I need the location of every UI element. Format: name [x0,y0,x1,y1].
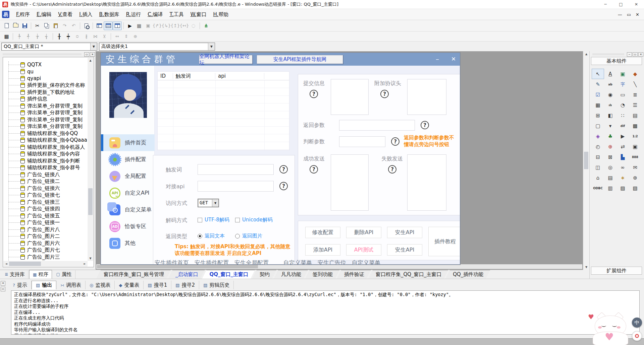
menu-item[interactable]: E.编辑 [33,10,55,19]
component-icon[interactable]: ▣ [616,69,629,79]
dock-header-button[interactable]: ─ [627,52,632,57]
toolbar-icon[interactable] [51,21,60,30]
basic-components-header[interactable]: 基本组件 [591,57,642,65]
component-icon[interactable]: ↖ [592,69,604,79]
toolbar-icon[interactable]: {↱} [153,21,162,30]
component-icon[interactable]: ✎ [592,79,604,89]
nav-item[interactable]: 插件配置 [101,151,155,168]
judge-input[interactable] [339,136,385,147]
component-icon[interactable]: ODBC [592,183,604,193]
component-icon[interactable]: 字 [616,79,629,89]
component-icon[interactable]: ⊠ [604,152,616,162]
window-control-button[interactable]: □ [613,0,629,9]
tutorial-button[interactable]: 插件教程 [428,227,460,256]
radio-icon[interactable] [198,234,202,238]
component-icon[interactable]: ∷ [616,110,629,121]
component-icon[interactable]: 888 [629,152,641,162]
panel-mini-button[interactable]: ▭ [1,287,5,291]
toolbar-icon[interactable] [82,21,91,30]
input-method-badge[interactable]: 中 [632,318,642,328]
column-trigger[interactable]: 触发词 [173,73,215,79]
menu-item[interactable]: F.程序 [13,10,33,19]
dock-tab[interactable]: ▦ 程序 [29,270,52,279]
api-button[interactable]: 修改配置 [305,227,340,238]
toolbar-icon[interactable]: ╆ [33,32,42,41]
output-tab[interactable]: ∺ 调用表 [56,281,86,289]
toolbar-icon[interactable] [91,21,95,30]
component-icon[interactable]: ▭ [616,89,629,100]
menu-item[interactable]: H.帮助 [210,10,232,19]
tree-item[interactable]: 广告位_链接三 [3,199,88,206]
component-icon[interactable]: ▙ [616,152,629,162]
dock-header-button[interactable]: ▭ [633,52,638,57]
toolbar-icon[interactable]: ∦ [82,32,91,41]
toolbar-icon[interactable] [78,21,82,30]
panel-mini-button[interactable]: ✕ [1,281,5,286]
column-api[interactable]: api [215,73,264,79]
dock-header-button[interactable]: ✕ [90,52,95,57]
component-icon[interactable]: ılı [604,100,616,110]
scroll-thumb[interactable] [88,188,93,215]
designed-form-window[interactable]: 安生综合群管 全网机器人插件框架论坛 安生API框架插件导航网 – ✕ 插件首页… [101,53,460,265]
dock-header[interactable]: ─▭✕ [590,52,643,57]
window-tab[interactable]: 凡凡功能 [274,270,308,279]
tree-item[interactable]: 广告位_链接六 [3,185,88,192]
floating-badge[interactable] [632,331,642,341]
toolbar-icon[interactable] [51,32,55,41]
tree-item[interactable]: 辅助线程群发_指令QQaaa [3,137,88,144]
menu-item[interactable]: W.窗口 [187,10,210,19]
tree-item[interactable]: 辅助线程群发_指令判断 [3,157,88,164]
window-tab[interactable]: 窗口程序集_窗口_账号管理 [96,270,171,279]
mdi-control-button[interactable]: ▭ [627,12,631,17]
dock-header-button[interactable]: ✕ [638,52,643,57]
chevron-down-icon[interactable]: ▼ [90,43,97,50]
tree-item[interactable]: qyapi [3,75,88,82]
scroll-up-icon[interactable]: ▲ [583,51,589,57]
component-icon[interactable]: ☑ [592,89,604,100]
success-textarea[interactable] [331,154,369,211]
menu-item[interactable]: V.查看 [55,10,76,19]
api-input[interactable] [198,181,274,192]
tree-item[interactable]: 弹出菜单_分群管理_复制 [3,123,88,130]
component-icon[interactable]: ✉ [629,162,641,172]
toolbar-icon[interactable]: ■ [135,21,144,30]
toolbar-icon[interactable]: ╅ [42,32,51,41]
header-textarea[interactable] [407,79,446,115]
component-icon[interactable]: ⊟ [592,152,604,162]
toolbar-icon[interactable]: ╄ [15,32,24,41]
menu-item[interactable]: B.数据库 [96,10,123,19]
help-icon[interactable]: ? [310,90,318,98]
dock-tab[interactable]: ≣ 支持库 [1,270,29,279]
form-minimize-button[interactable]: – [432,54,443,64]
tree-item[interactable]: 广告位_链接八 [3,171,88,178]
nav-item[interactable]: 插件首页 [101,134,155,151]
api-button[interactable]: 删除API [346,227,381,238]
chevron-down-icon[interactable]: ▼ [212,199,218,207]
toolbar-icon[interactable]: ┿ [64,32,73,41]
component-icon[interactable]: ⊛ [629,172,641,183]
component-icon[interactable]: ∗ [616,172,629,183]
dock-grip[interactable] [3,54,82,55]
toolbar-icon[interactable]: ▦ [2,32,11,41]
api-nav-link-button[interactable]: 安生API框架插件导航网 [257,55,343,64]
output-tab[interactable]: ▤ 搜寻1 [144,281,171,289]
tree-item[interactable]: 广告位_图片八 [3,226,88,233]
component-icon[interactable]: ▥ [604,183,616,193]
utf8-checkbox[interactable]: UTF-8解码 [198,217,229,223]
help-icon[interactable]: ? [388,165,396,174]
toolbar-icon[interactable] [29,21,33,30]
scroll-down-icon[interactable]: ▼ [583,264,589,270]
tree-item[interactable]: 广告位_链接一 [3,219,88,226]
tree-item[interactable]: 广告位_图片二 [3,233,88,240]
scroll-thumb[interactable] [97,265,258,268]
toolbar-icon[interactable]: ↔ [113,32,122,41]
help-icon[interactable]: ? [421,121,429,129]
component-icon[interactable]: ◫ [592,162,604,172]
toolbar-icon[interactable]: ⋔ [202,21,211,30]
help-icon[interactable]: ? [380,90,389,98]
component-icon[interactable]: ▨ [616,183,629,193]
window-selector-combo[interactable]: QQ_窗口_主窗口 * ▼ [1,43,97,51]
toolbar-icon[interactable]: ✂ [33,21,42,30]
component-icon[interactable]: ▤ [604,172,616,183]
component-icon[interactable]: ◧ [604,110,616,121]
